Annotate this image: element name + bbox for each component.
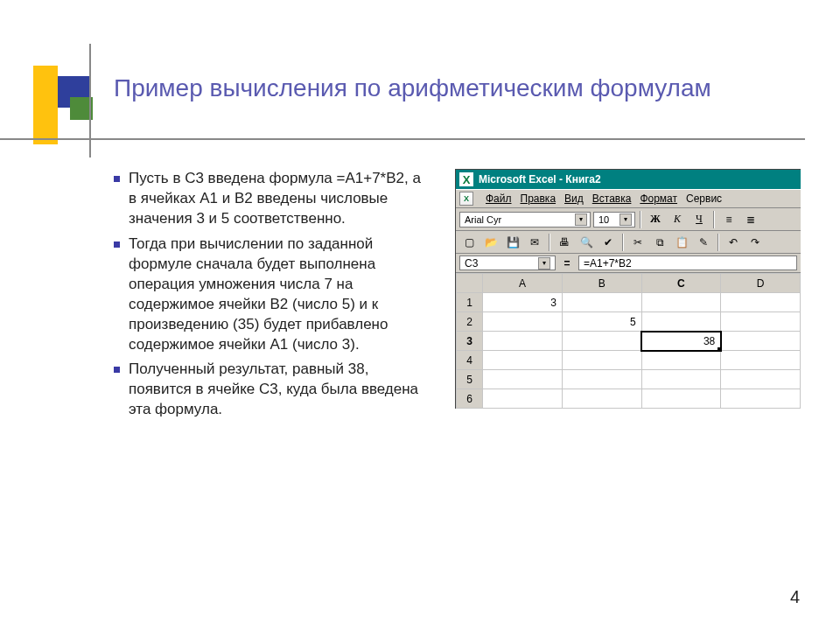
list-item: Полученный результат, равный 38, появитс… xyxy=(114,360,429,420)
cell[interactable] xyxy=(721,370,801,389)
cell[interactable] xyxy=(721,389,801,409)
excel-window: X Microsoft Excel - Книга2 X Файл Правка… xyxy=(455,169,801,409)
spreadsheet-grid[interactable]: ABCD1325338456 xyxy=(456,273,801,409)
slide-title: Пример вычисления по арифметическим форм… xyxy=(114,73,788,103)
row-header[interactable]: 6 xyxy=(457,389,483,409)
font-size-combo[interactable]: 10 ▾ xyxy=(593,212,635,228)
separator xyxy=(549,234,550,251)
menu-file[interactable]: Файл xyxy=(486,192,512,205)
cell[interactable] xyxy=(562,389,641,409)
cell[interactable] xyxy=(641,312,721,332)
formula-value: =A1+7*B2 xyxy=(584,257,632,270)
separator xyxy=(718,234,719,251)
new-icon[interactable]: ▢ xyxy=(459,233,479,252)
menu-format[interactable]: Формат xyxy=(640,192,677,205)
cell[interactable] xyxy=(721,312,801,332)
separator xyxy=(640,211,641,228)
cell[interactable] xyxy=(721,351,801,370)
standard-toolbar: ▢ 📂 💾 ✉ 🖶 🔍 ✔ ✂ ⧉ 📋 ✎ ↶ ↷ xyxy=(456,231,801,254)
decor-block xyxy=(23,66,93,144)
equals-label: = xyxy=(559,257,575,270)
bullet-list: Пусть в С3 введена формула =А1+7*В2, а в… xyxy=(114,169,429,420)
spell-icon[interactable]: ✔ xyxy=(598,233,618,252)
cell[interactable] xyxy=(562,293,641,312)
window-title: Microsoft Excel - Книга2 xyxy=(479,173,601,186)
workbook-icon: X xyxy=(459,192,473,206)
menu-edit[interactable]: Правка xyxy=(521,192,556,205)
menu-view[interactable]: Вид xyxy=(564,192,584,205)
copy-icon[interactable]: ⧉ xyxy=(650,233,669,252)
row-header[interactable]: 4 xyxy=(457,351,483,370)
name-box-value: C3 xyxy=(465,257,478,270)
font-name-value: Arial Cyr xyxy=(465,214,501,225)
font-name-combo[interactable]: Arial Cyr ▾ xyxy=(459,212,591,228)
paste-icon[interactable]: 📋 xyxy=(672,233,691,252)
open-icon[interactable]: 📂 xyxy=(481,233,500,252)
bullet-icon xyxy=(114,176,120,182)
bold-button[interactable]: Ж xyxy=(646,210,665,229)
chevron-down-icon: ▾ xyxy=(575,214,587,226)
cell[interactable] xyxy=(483,332,563,351)
cell[interactable] xyxy=(562,351,641,370)
cell[interactable] xyxy=(483,370,563,389)
row-header[interactable]: 3 xyxy=(457,332,483,351)
cell[interactable] xyxy=(641,351,721,370)
menu-insert[interactable]: Вставка xyxy=(592,192,632,205)
name-box[interactable]: C3 ▾ xyxy=(459,256,556,270)
cell[interactable]: 5 xyxy=(562,312,641,332)
cell[interactable] xyxy=(721,332,801,351)
menubar: X Файл Правка Вид Вставка Формат Сервис xyxy=(456,189,801,208)
menu-service[interactable]: Сервис xyxy=(686,192,722,205)
save-icon[interactable]: 💾 xyxy=(503,233,522,252)
chevron-down-icon: ▾ xyxy=(538,257,550,270)
mail-icon[interactable]: ✉ xyxy=(525,233,544,252)
bullet-icon xyxy=(114,242,120,248)
bullet-icon xyxy=(114,367,120,373)
cell[interactable] xyxy=(562,332,641,351)
italic-button[interactable]: К xyxy=(668,210,687,229)
align-left-button[interactable]: ≡ xyxy=(719,210,738,229)
cell[interactable] xyxy=(641,293,721,312)
print-icon[interactable]: 🖶 xyxy=(555,233,574,252)
format-painter-icon[interactable]: ✎ xyxy=(694,233,713,252)
column-header[interactable]: B xyxy=(562,274,641,293)
separator xyxy=(713,211,715,228)
undo-icon[interactable]: ↶ xyxy=(724,233,743,252)
cell[interactable] xyxy=(483,389,563,409)
row-header[interactable]: 2 xyxy=(457,312,483,332)
excel-app-icon: X xyxy=(459,172,473,186)
page-number: 4 xyxy=(790,587,800,607)
list-item: Тогда при вычислении по заданной формуле… xyxy=(114,234,429,355)
chevron-down-icon: ▾ xyxy=(620,214,632,226)
separator xyxy=(622,234,624,251)
list-item-text: Пусть в С3 введена формула =А1+7*В2, а в… xyxy=(129,169,429,229)
redo-icon[interactable]: ↷ xyxy=(746,233,765,252)
formula-input[interactable]: =A1+7*B2 xyxy=(578,256,797,270)
decor-hline xyxy=(0,138,805,140)
select-all-cell[interactable] xyxy=(457,274,483,293)
column-header[interactable]: C xyxy=(641,274,721,293)
column-header[interactable]: A xyxy=(483,274,563,293)
cut-icon[interactable]: ✂ xyxy=(628,233,648,252)
cell[interactable] xyxy=(483,312,563,332)
decor-yellow xyxy=(33,66,58,144)
align-center-button[interactable]: ≣ xyxy=(741,210,760,229)
cell[interactable] xyxy=(641,389,721,409)
row-header[interactable]: 5 xyxy=(457,370,483,389)
font-size-value: 10 xyxy=(598,214,609,225)
cell[interactable] xyxy=(562,370,641,389)
list-item-text: Полученный результат, равный 38, появитс… xyxy=(129,360,429,420)
format-toolbar: Arial Cyr ▾ 10 ▾ Ж К Ч ≡ ≣ xyxy=(456,208,801,231)
underline-button[interactable]: Ч xyxy=(690,210,709,229)
cell[interactable]: 38 xyxy=(641,332,721,351)
row-header[interactable]: 1 xyxy=(457,293,483,312)
titlebar: X Microsoft Excel - Книга2 xyxy=(456,170,801,189)
cell[interactable] xyxy=(721,293,801,312)
cell[interactable]: 3 xyxy=(483,293,563,312)
preview-icon[interactable]: 🔍 xyxy=(577,233,596,252)
column-header[interactable]: D xyxy=(721,274,801,293)
list-item: Пусть в С3 введена формула =А1+7*В2, а в… xyxy=(114,169,429,229)
cell[interactable] xyxy=(483,351,563,370)
cell[interactable] xyxy=(641,370,721,389)
list-item-text: Тогда при вычислении по заданной формуле… xyxy=(129,234,429,355)
